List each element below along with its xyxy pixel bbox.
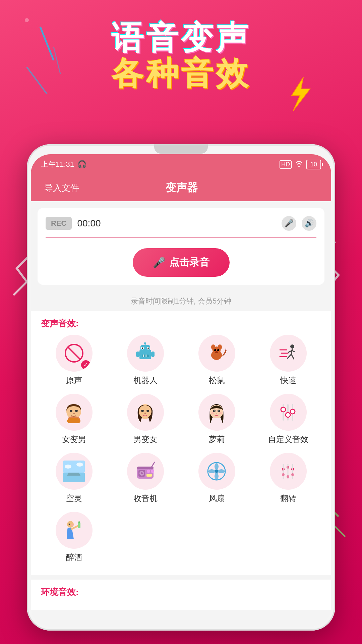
effect-ethereal-label: 空灵: [66, 493, 82, 504]
svg-point-30: [290, 344, 294, 348]
speaker-icon[interactable]: 🔊: [302, 216, 316, 231]
svg-point-55: [211, 412, 214, 414]
effect-drunk-label: 醉酒: [66, 552, 82, 563]
effect-m2f-label: 男变女: [133, 434, 158, 445]
effect-original-icon: [56, 335, 93, 372]
svg-point-15: [142, 347, 143, 349]
status-time: 上午11:31: [41, 159, 74, 169]
svg-point-68: [76, 463, 83, 467]
svg-point-16: [147, 347, 149, 349]
status-bar: 上午11:31 🎧 HD 10: [31, 154, 331, 174]
waveform: [46, 237, 316, 238]
svg-point-27: [214, 349, 216, 351]
effect-robot[interactable]: 机器人: [112, 335, 178, 386]
svg-point-61: [286, 413, 290, 417]
rec-bar: REC 00:00 🎤 🔊: [46, 216, 316, 231]
mic-icon[interactable]: 🎤: [282, 216, 296, 231]
svg-point-56: [219, 412, 222, 414]
svg-point-87: [287, 475, 289, 478]
effect-custom-label: 自定义音效: [268, 434, 308, 445]
record-area: REC 00:00 🎤 🔊 🎤 点击录音: [38, 208, 324, 285]
section-divider: [31, 575, 331, 580]
svg-point-47: [141, 410, 144, 412]
header-area: 语音变声 各种音效: [0, 20, 362, 91]
effect-squirrel-icon: [198, 335, 235, 372]
effect-fast-label: 快速: [280, 375, 296, 386]
effect-fan-label: 风扇: [209, 493, 225, 504]
effect-molly[interactable]: 萝莉: [184, 394, 250, 445]
effect-radio-icon: [127, 453, 164, 490]
svg-point-12: [144, 342, 146, 344]
svg-line-77: [152, 462, 155, 467]
effect-drunk[interactable]: 醉酒: [41, 512, 107, 563]
svg-point-88: [291, 473, 294, 476]
svg-point-86: [282, 473, 285, 476]
effect-ethereal-icon: [56, 453, 93, 490]
svg-line-8: [68, 347, 80, 359]
wifi-icon: [294, 160, 304, 169]
status-left: 上午11:31 🎧: [41, 159, 86, 169]
svg-point-53: [214, 410, 215, 411]
effects-section: 变声音效: 原声: [31, 311, 331, 575]
effects-grid: 原声: [41, 335, 321, 563]
effect-m2f-icon: [127, 394, 164, 431]
effects-section-title: 变声音效:: [41, 318, 321, 329]
effect-flip-label: 翻转: [280, 493, 296, 504]
svg-point-67: [65, 465, 71, 469]
env-section-title: 环境音效:: [41, 586, 321, 598]
effect-original-label: 原声: [66, 375, 82, 386]
svg-point-49: [144, 413, 146, 414]
app-header: 导入文件 变声器: [31, 174, 331, 201]
svg-point-60: [281, 407, 286, 412]
status-right: HD 10: [280, 160, 321, 169]
effect-robot-label: 机器人: [133, 375, 158, 386]
hint-text: 录音时间限制1分钟, 会员5分钟: [31, 291, 331, 311]
app-title: 变声器: [166, 180, 198, 195]
svg-point-25: [211, 344, 215, 350]
rec-time: 00:00: [77, 218, 276, 229]
effect-fast-icon: [270, 335, 307, 372]
effect-f2m[interactable]: 女变男: [41, 394, 107, 445]
title-line2: 各种音效: [0, 56, 362, 91]
effect-fast[interactable]: 快速: [255, 335, 321, 386]
svg-point-73: [141, 472, 143, 474]
effect-original[interactable]: 原声: [41, 335, 107, 386]
headphone-icon: 🎧: [77, 160, 86, 169]
effect-f2m-label: 女变男: [62, 434, 86, 445]
svg-rect-92: [78, 521, 80, 523]
svg-point-79: [215, 470, 218, 473]
svg-line-32: [287, 354, 291, 359]
effect-custom[interactable]: 自定义音效: [255, 394, 321, 445]
env-section: 环境音效:: [31, 580, 331, 610]
rec-badge: REC: [46, 217, 72, 230]
svg-point-48: [146, 410, 149, 412]
svg-point-95: [71, 524, 74, 526]
svg-rect-91: [78, 522, 80, 528]
svg-line-33: [291, 354, 294, 359]
svg-point-29: [215, 351, 218, 353]
phone-mockup: 上午11:31 🎧 HD 10 导入文件 变声器 REC: [27, 144, 335, 631]
effect-fan-icon: [198, 453, 235, 490]
svg-point-54: [219, 410, 220, 411]
effect-m2f[interactable]: 男变女: [112, 394, 178, 445]
hd-badge: HD: [280, 160, 292, 169]
effect-molly-label: 萝莉: [209, 434, 225, 445]
effect-robot-icon: [127, 335, 164, 372]
effect-radio[interactable]: 收音机: [112, 453, 178, 504]
effect-fan[interactable]: 风扇: [184, 453, 250, 504]
svg-point-75: [151, 470, 154, 473]
import-file-button[interactable]: 导入文件: [44, 182, 79, 194]
svg-point-43: [73, 413, 75, 414]
effect-squirrel[interactable]: 松鼠: [184, 335, 250, 386]
svg-rect-70: [137, 467, 154, 469]
effect-flip[interactable]: 翻转: [255, 453, 321, 504]
effect-ethereal[interactable]: 空灵: [41, 453, 107, 504]
effect-molly-icon: [198, 394, 235, 431]
phone-notch: [154, 144, 208, 154]
rec-icons: 🎤 🔊: [282, 216, 316, 231]
record-button-label: 点击录音: [169, 256, 209, 269]
svg-line-35: [292, 351, 295, 352]
record-button[interactable]: 🎤 点击录音: [133, 248, 230, 277]
phone-screen: 上午11:31 🎧 HD 10 导入文件 变声器 REC: [31, 154, 331, 627]
svg-rect-76: [146, 474, 152, 477]
